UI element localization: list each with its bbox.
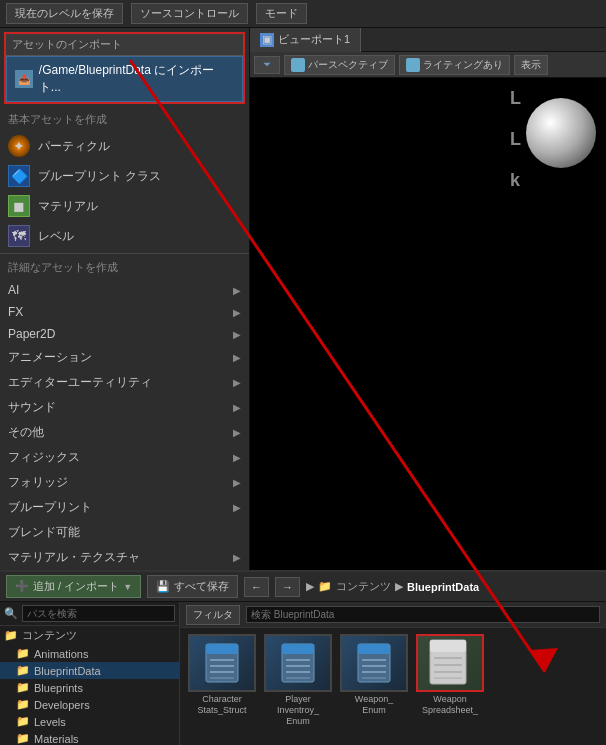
svg-rect-7 <box>206 644 238 654</box>
asset-grid: CharacterStats_Struct <box>180 628 606 732</box>
import-section: アセットのインポート 📥 /Game/BlueprintData にインポート.… <box>4 32 245 104</box>
ai-label: AI <box>8 283 19 297</box>
levels-label: Levels <box>34 716 66 728</box>
viewport-tab-1[interactable]: ▣ ビューポート1 <box>250 28 361 52</box>
breadcrumb-current[interactable]: BlueprintData <box>407 581 479 593</box>
physics-label: フィジックス <box>8 449 80 466</box>
breadcrumb-root[interactable]: コンテンツ <box>336 579 391 594</box>
editor-utility-label: エディターユーティリティ <box>8 374 152 391</box>
menu-item-fx[interactable]: FX ▶ <box>0 301 249 323</box>
animation-arrow-icon: ▶ <box>233 352 241 363</box>
add-import-label: 追加 / インポート <box>33 579 119 594</box>
menu-item-level[interactable]: 🗺 レベル <box>0 221 249 251</box>
menu-item-blueprint-class[interactable]: 🔷 ブループリント クラス <box>0 161 249 191</box>
asset-item-character-stats[interactable]: CharacterStats_Struct <box>186 634 258 726</box>
blueprint-label: ブループリント <box>8 499 92 516</box>
paper2d-label: Paper2D <box>8 327 55 341</box>
source-control-button[interactable]: ソースコントロール <box>131 3 248 24</box>
menu-item-other[interactable]: その他 ▶ <box>0 420 249 445</box>
blueprintdata-label: BlueprintData <box>34 665 101 677</box>
developers-label: Developers <box>34 699 90 711</box>
dropdown-button[interactable] <box>254 56 280 74</box>
content-label: コンテンツ <box>22 628 77 643</box>
tree-item-levels[interactable]: 📁 Levels <box>0 713 179 730</box>
asset-item-weapon-spreadsheet[interactable]: WeaponSpreadsheet_ <box>414 634 486 726</box>
asset-search-input[interactable] <box>246 606 600 623</box>
save-level-button[interactable]: 現在のレベルを保存 <box>6 3 123 24</box>
perspective-button[interactable]: パースペクティブ <box>284 55 395 75</box>
viewport-tabs: ▣ ビューポート1 <box>250 28 606 52</box>
tree-item-content[interactable]: 📁 コンテンツ <box>0 626 179 645</box>
player-inventory-thumb <box>264 634 332 692</box>
3d-sphere <box>526 98 596 168</box>
levels-folder-icon: 📁 <box>16 715 30 728</box>
menu-item-blueprint[interactable]: ブループリント ▶ <box>0 495 249 520</box>
perspective-label: パースペクティブ <box>308 58 388 72</box>
nav-back-button[interactable]: ← <box>244 577 269 597</box>
menu-item-foliage[interactable]: フォリッジ ▶ <box>0 470 249 495</box>
particle-label: パーティクル <box>38 138 110 155</box>
add-import-icon: ➕ <box>15 580 29 593</box>
physics-arrow-icon: ▶ <box>233 452 241 463</box>
character-stats-label: CharacterStats_Struct <box>197 694 246 716</box>
menu-item-animation[interactable]: アニメーション ▶ <box>0 345 249 370</box>
svg-rect-25 <box>430 640 466 652</box>
character-stats-thumb <box>188 634 256 692</box>
menu-item-material[interactable]: ◼ マテリアル <box>0 191 249 221</box>
lighting-button[interactable]: ライティングあり <box>399 55 510 75</box>
level-label: レベル <box>38 228 74 245</box>
tree-item-materials[interactable]: 📁 Materials <box>0 730 179 745</box>
blueprint-icon: 🔷 <box>8 165 30 187</box>
asset-item-weapon-enum[interactable]: Weapon_Enum <box>338 634 410 726</box>
divider-1 <box>0 253 249 254</box>
top-bar: 現在のレベルを保存 ソースコントロール モード <box>0 0 606 28</box>
breadcrumb-arrow: ▶ <box>395 580 403 593</box>
import-to-game-button[interactable]: 📥 /Game/BlueprintData にインポート... <box>6 56 243 102</box>
material-label: マテリアル <box>38 198 98 215</box>
svg-rect-13 <box>282 644 314 654</box>
filter-button[interactable]: フィルタ <box>186 605 240 625</box>
level-icon: 🗺 <box>8 225 30 247</box>
save-all-label: すべて保存 <box>174 579 229 594</box>
viewport-toolbar: パースペクティブ ライティングあり 表示 <box>250 52 606 78</box>
tree-item-blueprints[interactable]: 📁 Blueprints <box>0 679 179 696</box>
mode-button[interactable]: モード <box>256 3 307 24</box>
animation-label: アニメーション <box>8 349 92 366</box>
bottom-section: ➕ 追加 / インポート ▼ 💾 すべて保存 ← → ▶ 📁 コンテンツ ▶ B… <box>0 570 606 745</box>
blendable-label: ブレンド可能 <box>8 524 80 541</box>
asset-item-player-inventory[interactable]: PlayerInventroy_Enum <box>262 634 334 726</box>
svg-rect-19 <box>358 644 390 654</box>
perspective-icon <box>291 58 305 72</box>
menu-item-editor-utility[interactable]: エディターユーティリティ ▶ <box>0 370 249 395</box>
menu-item-sound[interactable]: サウンド ▶ <box>0 395 249 420</box>
fx-arrow-icon: ▶ <box>233 307 241 318</box>
viewport-letter-L2: L <box>510 129 521 150</box>
animations-folder-icon: 📁 <box>16 647 30 660</box>
materials-folder-icon: 📁 <box>16 732 30 745</box>
viewport-letter-L1: L <box>510 88 521 109</box>
animations-label: Animations <box>34 648 88 660</box>
tree-search-input[interactable] <box>22 605 175 622</box>
add-import-button[interactable]: ➕ 追加 / インポート ▼ <box>6 575 141 598</box>
menu-item-physics[interactable]: フィジックス ▶ <box>0 445 249 470</box>
nav-forward-button[interactable]: → <box>275 577 300 597</box>
editor-utility-arrow-icon: ▶ <box>233 377 241 388</box>
save-all-button[interactable]: 💾 すべて保存 <box>147 575 238 598</box>
menu-item-blendable[interactable]: ブレンド可能 <box>0 520 249 545</box>
tree-item-blueprintdata[interactable]: 📁 BlueprintData <box>0 662 179 679</box>
menu-item-material-texture[interactable]: マテリアル・テクスチャ ▶ <box>0 545 249 570</box>
basic-assets-header: 基本アセットを作成 <box>0 108 249 131</box>
menu-item-ai[interactable]: AI ▶ <box>0 279 249 301</box>
show-label: 表示 <box>521 58 541 72</box>
tree-item-animations[interactable]: 📁 Animations <box>0 645 179 662</box>
show-button[interactable]: 表示 <box>514 55 548 75</box>
menu-item-particle[interactable]: ✦ パーティクル <box>0 131 249 161</box>
menu-item-paper2d[interactable]: Paper2D ▶ <box>0 323 249 345</box>
foliage-arrow-icon: ▶ <box>233 477 241 488</box>
tree-item-developers[interactable]: 📁 Developers <box>0 696 179 713</box>
viewport-letters: L L k <box>510 88 521 191</box>
lighting-icon <box>406 58 420 72</box>
asset-panel: フィルタ <box>180 602 606 745</box>
weapon-spreadsheet-thumb <box>416 634 484 692</box>
bottom-toolbar: ➕ 追加 / インポート ▼ 💾 すべて保存 ← → ▶ 📁 コンテンツ ▶ B… <box>0 572 606 602</box>
